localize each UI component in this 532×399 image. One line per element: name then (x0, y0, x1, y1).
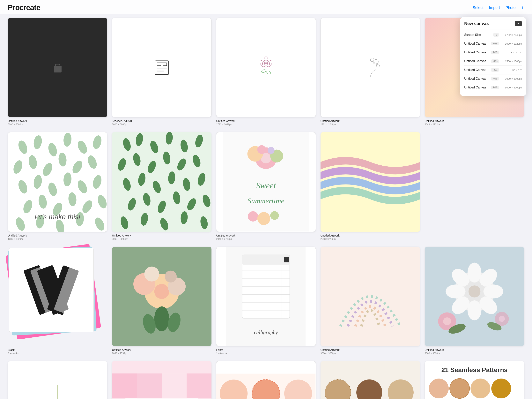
svg-point-37 (47, 182, 58, 197)
svg-point-128 (446, 284, 465, 298)
list-item[interactable]: Untitled Artwork 3000 × 3000px (425, 247, 524, 355)
list-item[interactable]: Untitled Artwork 3000 × 3000px (321, 247, 420, 355)
list-item[interactable]: calligraphy Fonts 2 artworks (216, 247, 316, 355)
svg-point-20 (376, 64, 378, 65)
list-item[interactable]: Untitled Artwork 5000 × 5000px (8, 18, 107, 126)
list-item[interactable]: Untitled Artwork 2048 × 2732px (112, 247, 211, 355)
svg-point-38 (63, 172, 72, 187)
artwork-thumbnail (8, 361, 107, 399)
list-item[interactable]: 21 Seamless Patterns (425, 361, 524, 399)
list-item[interactable]: Seamless Patterns PROCREATE BRUSHES Unti… (112, 361, 211, 399)
svg-point-61 (146, 160, 158, 174)
svg-text:21 Seamless Patterns: 21 Seamless Patterns (441, 366, 507, 373)
list-item[interactable]: Untitled Artwork 2000 × 1500px (216, 361, 316, 399)
gallery-grid: Untitled Artwork 5000 × 5000px Teacher S… (0, 14, 532, 399)
svg-rect-150 (187, 373, 212, 399)
canvas-row[interactable]: Untitled Canvas RGB 1080 × 1920px (460, 39, 526, 48)
svg-point-27 (76, 139, 89, 155)
app-title: Procreate (8, 4, 40, 12)
artwork-title: Teacher SVGs 0 (112, 119, 211, 123)
canvas-row-size: 5000 × 5000px (500, 86, 522, 89)
photo-button[interactable]: Photo (505, 6, 515, 10)
svg-point-58 (194, 134, 204, 148)
svg-point-53 (122, 138, 132, 152)
svg-point-105 (154, 306, 169, 331)
artwork-thumbnail (112, 247, 211, 346)
artwork-size: 2732 × 2048px (216, 123, 316, 126)
artwork-thumbnail (321, 132, 420, 232)
svg-point-91 (248, 211, 258, 222)
plus-icon: + (517, 22, 519, 25)
svg-point-180 (450, 379, 469, 399)
svg-point-35 (17, 179, 29, 195)
svg-point-179 (429, 379, 449, 399)
svg-rect-7 (157, 71, 164, 72)
svg-point-93 (270, 211, 279, 220)
select-button[interactable]: Select (473, 6, 483, 10)
svg-point-126 (468, 263, 481, 283)
svg-point-56 (165, 132, 173, 145)
artwork-title: Untitled Artwork (321, 234, 420, 237)
svg-point-78 (140, 212, 149, 226)
artwork-title: Untitled Artwork (216, 234, 316, 237)
svg-text:calligraphy: calligraphy (254, 329, 278, 335)
svg-point-103 (144, 266, 159, 282)
artwork-thumbnail (321, 18, 420, 117)
artwork-size: 2 artworks (216, 352, 316, 355)
list-item[interactable]: Stack 8 artworks (8, 247, 107, 355)
list-item[interactable]: Teacher SVGs 0 5000 × 5000px (112, 18, 211, 126)
list-item[interactable]: Untitled Artwork 2732 × 2048px (216, 18, 316, 126)
artwork-size: 5000 × 5000px (112, 123, 211, 126)
canvas-row[interactable]: Untitled Canvas RGB 5000 × 5000px (460, 83, 526, 92)
list-item[interactable]: Untitled Artwork 2000 × 1500px (321, 361, 420, 399)
canvas-row-name: Untitled Canvas (464, 86, 491, 89)
svg-point-70 (196, 172, 207, 187)
svg-rect-147 (112, 373, 137, 399)
svg-point-81 (200, 216, 209, 230)
plus-button[interactable]: + (521, 5, 524, 11)
canvas-row[interactable]: Untitled Canvas RGB 8.5" × 11" (460, 48, 526, 57)
svg-point-60 (132, 153, 142, 167)
list-item[interactable]: Untitled Artwork 2048 × 2732px (8, 361, 107, 399)
import-button[interactable]: Import (489, 6, 500, 10)
svg-point-40 (92, 174, 103, 190)
canvas-row-size: 8.5" × 11" (500, 51, 522, 54)
artwork-thumbnail: let's make this! (8, 132, 107, 232)
svg-point-34 (86, 154, 98, 170)
list-item[interactable]: Untitled Artwork 3000 × 3000px (112, 132, 211, 240)
panel-add-button[interactable]: + (515, 21, 522, 26)
svg-point-73 (156, 200, 167, 214)
artwork-size: 3000 × 3000px (112, 238, 211, 240)
svg-point-28 (92, 135, 103, 150)
canvas-row[interactable]: Untitled Canvas RGB 1500 × 1500px (460, 57, 526, 65)
svg-point-57 (180, 139, 189, 153)
canvas-row-size: 12" × 12" (500, 69, 522, 71)
svg-point-64 (191, 154, 202, 168)
list-item[interactable]: Sweet Summertime Untitled Artwork 2048 ×… (216, 132, 316, 240)
list-item[interactable]: let's make this! Untitled Artwork 1080 ×… (8, 132, 107, 240)
artwork-title: Untitled Artwork (425, 119, 524, 123)
artwork-thumbnail: 21 Seamless Patterns (425, 361, 524, 399)
svg-point-46 (96, 194, 107, 210)
artwork-thumbnail: calligraphy (216, 247, 316, 346)
header-actions: Select Import Photo + (473, 5, 524, 11)
artwork-size: 2048 × 2732px (216, 238, 316, 240)
artwork-size: 8 artworks (8, 352, 107, 355)
svg-point-47 (14, 216, 26, 232)
canvas-row[interactable]: Screen Size P3 2732 × 2048px (460, 31, 526, 39)
artwork-size: 5000 × 5000px (8, 123, 107, 126)
list-item[interactable]: Untitled Artwork 2048 × 2732px (321, 132, 420, 240)
svg-point-23 (17, 139, 29, 155)
svg-point-63 (176, 157, 188, 172)
canvas-row-badge: RGB (491, 51, 499, 54)
list-item[interactable]: Untitled Artwork 2732 × 2048px (321, 18, 420, 126)
canvas-row[interactable]: Untitled Canvas RGB 3000 × 3000px (460, 74, 526, 83)
canvas-row[interactable]: Untitled Canvas RGB 12" × 12" (460, 66, 526, 74)
svg-point-71 (126, 197, 137, 212)
canvas-row-name: Untitled Canvas (464, 68, 491, 72)
svg-point-75 (186, 197, 198, 212)
svg-rect-4 (163, 63, 167, 66)
svg-point-59 (116, 157, 127, 172)
canvas-row-name: Untitled Canvas (464, 77, 491, 80)
svg-point-100 (154, 284, 169, 299)
